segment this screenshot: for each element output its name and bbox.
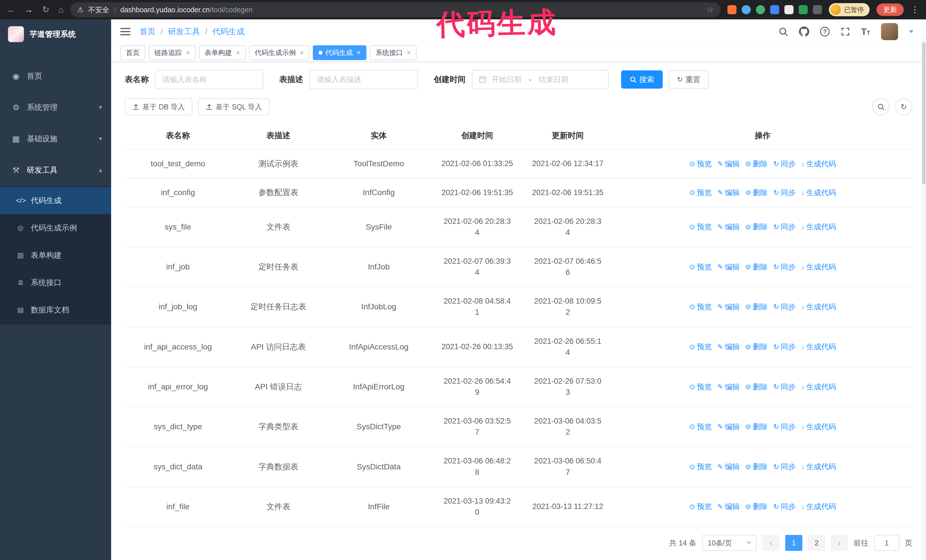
check-extension-icon[interactable] [756,5,765,14]
next-page-button[interactable]: › [831,535,848,551]
sidebar-item-devtools[interactable]: ⚒ 研发工具 ▴ [0,154,111,186]
close-icon[interactable]: × [407,49,411,57]
edit-link[interactable]: ✎编辑 [717,502,740,512]
tab-codegen[interactable]: 代码生成 × [313,45,366,60]
sync-link[interactable]: ↻同步 [773,462,796,472]
back-icon[interactable]: ← [7,5,15,14]
fox-extension-icon[interactable] [728,5,737,14]
delete-link[interactable]: ⊘删除 [745,382,767,392]
github-icon[interactable] [799,27,809,37]
tab-codegen-demo[interactable]: 代码生成示例 × [249,45,309,60]
sync-link[interactable]: ↻同步 [773,502,796,512]
edit-link[interactable]: ✎编辑 [717,382,740,392]
puzzle-extension-icon[interactable] [813,5,822,14]
generate-code-link[interactable]: ↓生成代码 [801,342,836,352]
delete-link[interactable]: ⊘删除 [745,159,767,169]
edit-link[interactable]: ✎编辑 [717,462,740,472]
delete-link[interactable]: ⊘删除 [745,188,767,198]
edit-link[interactable]: ✎编辑 [717,422,740,432]
close-icon[interactable]: × [186,49,190,57]
leaf-extension-icon[interactable] [799,5,808,14]
tab-home[interactable]: 首页 [120,45,145,60]
sync-link[interactable]: ↻同步 [773,159,796,169]
import-db-button[interactable]: 基于 DB 导入 [125,98,192,115]
breadcrumb-devtools[interactable]: 研发工具 [168,26,200,37]
scrollbar[interactable] [921,39,926,560]
generate-code-link[interactable]: ↓生成代码 [801,422,836,432]
page-button-2[interactable]: 2 [808,535,825,551]
preview-link[interactable]: ⊙预览 [690,262,712,272]
search-icon[interactable] [778,27,788,36]
edit-link[interactable]: ✎编辑 [717,188,740,198]
toggle-search-button[interactable] [872,98,890,115]
generate-code-link[interactable]: ↓生成代码 [801,262,836,272]
generate-code-link[interactable]: ↓生成代码 [801,188,836,198]
sync-link[interactable]: ↻同步 [773,422,796,432]
preview-link[interactable]: ⊙预览 [690,188,712,198]
sync-link[interactable]: ↻同步 [773,262,796,272]
generate-code-link[interactable]: ↓生成代码 [801,302,836,312]
tab-api[interactable]: 系统接口 × [370,45,416,60]
help-icon[interactable]: ? [820,27,830,36]
sidebar-item-db-doc[interactable]: ▤ 数据库文档 [0,296,111,324]
edit-link[interactable]: ✎编辑 [717,262,740,272]
edit-link[interactable]: ✎编辑 [717,302,740,312]
sidebar-item-home[interactable]: ◉ 首页 [0,60,111,92]
delete-link[interactable]: ⊘删除 [745,222,767,232]
goto-page-input[interactable] [874,535,899,551]
reload-icon[interactable]: ↻ [42,5,49,14]
refresh-table-button[interactable]: ↻ [895,98,912,115]
generate-code-link[interactable]: ↓生成代码 [801,502,836,512]
preview-link[interactable]: ⊙预览 [690,222,712,232]
generate-code-link[interactable]: ↓生成代码 [801,462,836,472]
user-avatar[interactable] [881,23,898,40]
close-icon[interactable]: × [357,49,361,57]
delete-link[interactable]: ⊘删除 [745,462,767,472]
preview-link[interactable]: ⊙预览 [690,159,712,169]
home-icon[interactable]: ⌂ [58,5,64,14]
edit-link[interactable]: ✎编辑 [717,342,740,352]
table-desc-input[interactable] [309,70,418,89]
drop-extension-icon[interactable] [741,5,751,14]
sidebar-item-codegen[interactable]: </> 代码生成 [0,187,111,214]
logo[interactable]: 芋道管理系统 [0,20,111,49]
preview-link[interactable]: ⊙预览 [690,382,712,392]
delete-link[interactable]: ⊘删除 [745,342,767,352]
prev-page-button[interactable]: ‹ [763,535,779,551]
preview-link[interactable]: ⊙预览 [690,302,712,312]
sidebar-item-codegen-demo[interactable]: ◎ 代码生成示例 [0,214,111,242]
delete-link[interactable]: ⊘删除 [745,302,767,312]
sync-link[interactable]: ↻同步 [773,302,796,312]
forward-icon[interactable]: → [24,5,33,14]
delete-link[interactable]: ⊘删除 [745,502,767,512]
sidebar-item-system[interactable]: ⚙ 系统管理 ▾ [0,92,111,123]
people-extension-icon[interactable] [770,5,779,14]
generate-code-link[interactable]: ↓生成代码 [801,382,836,392]
import-sql-button[interactable]: 基于 SQL 导入 [198,98,269,115]
font-size-icon[interactable]: TT [861,27,870,37]
breadcrumb-home[interactable]: 首页 [139,26,156,37]
preview-link[interactable]: ⊙预览 [690,462,712,472]
generate-code-link[interactable]: ↓生成代码 [801,159,836,169]
user-menu-caret-icon[interactable] [909,30,914,33]
chrome-menu-icon[interactable]: ⋮ [911,5,919,14]
translate-extension-icon[interactable] [784,5,793,14]
preview-link[interactable]: ⊙预览 [690,422,712,432]
edit-link[interactable]: ✎编辑 [717,222,740,232]
search-button[interactable]: 搜索 [621,70,663,89]
page-size-select[interactable]: 10条/页 [702,535,757,551]
chrome-update-button[interactable]: 更新 [876,3,904,16]
reset-button[interactable]: ↻ 重置 [669,70,709,89]
table-name-input[interactable] [155,70,263,89]
address-bar[interactable]: ⚠ 不安全 | dashboard.yudao.iocoder.cn/tool/… [70,2,720,17]
edit-link[interactable]: ✎编辑 [717,159,740,169]
delete-link[interactable]: ⊘删除 [745,262,767,272]
tab-trace[interactable]: 链路追踪 × [149,45,195,60]
profile-paused-badge[interactable]: 已暂停 [829,3,870,16]
sync-link[interactable]: ↻同步 [773,222,796,232]
sidebar-item-form-builder[interactable]: ▧ 表单构建 [0,242,111,269]
tab-form-builder[interactable]: 表单构建 × [199,45,246,60]
bookmark-star-icon[interactable]: ☆ [707,5,714,15]
close-icon[interactable]: × [300,49,304,57]
sidebar-item-api[interactable]: ≣ 系统接口 [0,269,111,296]
